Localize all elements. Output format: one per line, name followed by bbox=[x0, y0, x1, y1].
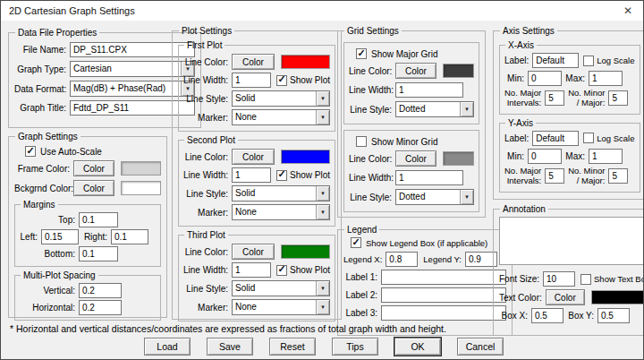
chevron-down-icon[interactable]: ▼ bbox=[316, 300, 329, 314]
y-minor-per-major-input[interactable] bbox=[608, 168, 628, 184]
line-style-select[interactable]: Solid ▼ bbox=[232, 280, 330, 296]
show-plot-checkbox[interactable]: ✓ bbox=[276, 170, 287, 181]
chevron-down-icon[interactable]: ▼ bbox=[460, 102, 473, 116]
show-plot-label: Show Plot bbox=[287, 170, 330, 180]
line-color-button[interactable]: Color bbox=[232, 149, 275, 165]
line-style-select[interactable]: Dotted ▼ bbox=[395, 101, 474, 117]
legend-label1-input[interactable] bbox=[381, 270, 506, 285]
line-width-label: Line Width: bbox=[183, 75, 232, 85]
line-color-button[interactable]: Color bbox=[232, 244, 275, 260]
annotation-text-input[interactable] bbox=[499, 217, 644, 265]
show-plot-label: Show Plot bbox=[287, 75, 330, 85]
margin-right-input[interactable] bbox=[111, 229, 148, 244]
line-width-input[interactable] bbox=[395, 82, 463, 98]
window-title: 2D Cartesian Graph Settings bbox=[9, 5, 135, 16]
x-log-scale-checkbox[interactable]: ✓ bbox=[583, 56, 594, 66]
marker-select[interactable]: None ▼ bbox=[232, 299, 330, 315]
margin-top-label: Top: bbox=[20, 215, 79, 225]
cancel-button[interactable]: Cancel bbox=[457, 338, 504, 356]
chevron-down-icon[interactable]: ▼ bbox=[316, 205, 329, 219]
group-title: Data File Properties bbox=[15, 28, 99, 38]
x-major-intervals-input[interactable] bbox=[545, 90, 564, 106]
y-major-intervals-input[interactable] bbox=[545, 168, 564, 184]
line-style-select[interactable]: Solid ▼ bbox=[232, 90, 330, 107]
bckgrnd-color-button[interactable]: Color bbox=[73, 180, 114, 196]
line-width-input[interactable] bbox=[232, 167, 271, 183]
line-style-select[interactable]: Dotted ▼ bbox=[395, 189, 474, 205]
font-size-input[interactable] bbox=[543, 271, 575, 287]
box-y-input[interactable] bbox=[597, 308, 630, 323]
x-axis-label-input[interactable] bbox=[532, 53, 579, 68]
group-first-plot: First Plot Line Color: Color Line Width:… bbox=[178, 40, 335, 132]
close-icon[interactable]: ✕ bbox=[613, 1, 643, 20]
show-legend-box-checkbox[interactable]: ✓ bbox=[351, 237, 361, 248]
box-y-label: Box Y: bbox=[564, 311, 597, 321]
show-major-grid-checkbox[interactable]: ✓ bbox=[356, 48, 367, 59]
show-plot-checkbox[interactable]: ✓ bbox=[276, 75, 287, 86]
margin-top-input[interactable] bbox=[79, 212, 118, 227]
line-width-input[interactable] bbox=[232, 262, 271, 278]
line-width-input[interactable] bbox=[232, 73, 271, 88]
y-log-scale-checkbox[interactable]: ✓ bbox=[583, 133, 594, 143]
legend-label2-input[interactable] bbox=[381, 287, 506, 303]
save-button[interactable]: Save bbox=[207, 338, 253, 356]
show-plot-checkbox[interactable]: ✓ bbox=[276, 265, 287, 276]
chevron-down-icon[interactable]: ▼ bbox=[316, 281, 329, 296]
group-title: Third Plot bbox=[184, 230, 228, 240]
ok-button[interactable]: OK bbox=[394, 338, 441, 356]
x-minor-per-major-input[interactable] bbox=[608, 90, 628, 106]
line-width-input[interactable] bbox=[395, 170, 463, 185]
box-x-input[interactable] bbox=[531, 308, 564, 323]
group-annotation: Annotation Font Size: ✓ Show Text Box Te… bbox=[493, 204, 644, 336]
spacing-horizontal-input[interactable] bbox=[79, 300, 122, 315]
line-color-button[interactable]: Color bbox=[395, 150, 436, 167]
frame-color-button[interactable]: Color bbox=[73, 160, 114, 176]
group-second-plot: Second Plot Line Color: Color Line Width… bbox=[178, 135, 335, 227]
tips-button[interactable]: Tips bbox=[332, 338, 378, 356]
line-color-label: Line Color: bbox=[183, 152, 232, 162]
chevron-down-icon[interactable]: ▼ bbox=[460, 190, 473, 204]
y-min-input[interactable] bbox=[528, 149, 562, 164]
chevron-down-icon[interactable]: ▼ bbox=[316, 110, 329, 124]
x-log-scale-label: Log Scale bbox=[594, 56, 634, 65]
chevron-down-icon[interactable]: ▼ bbox=[316, 186, 329, 201]
line-style-value: Solid bbox=[233, 91, 316, 106]
line-style-value: Solid bbox=[233, 281, 316, 296]
min-label: Min: bbox=[504, 73, 528, 83]
reset-button[interactable]: Reset bbox=[269, 338, 316, 356]
chevron-down-icon[interactable]: ▼ bbox=[316, 91, 329, 106]
check-icon: ✓ bbox=[277, 264, 285, 274]
legend-label3-label: Label 3: bbox=[343, 308, 381, 318]
line-width-label: Line Width: bbox=[183, 265, 232, 275]
dialog-2d-cartesian-graph-settings: 2D Cartesian Graph Settings ✕ Data File … bbox=[0, 0, 644, 360]
margin-left-input[interactable] bbox=[41, 229, 79, 244]
line-style-select[interactable]: Solid ▼ bbox=[232, 185, 330, 201]
group-axis-settings: Axis Settings X-Axis Label: ✓ Log Scale … bbox=[493, 26, 644, 200]
title-bar: 2D Cartesian Graph Settings ✕ bbox=[1, 1, 643, 21]
axis-label-label: Label: bbox=[504, 133, 532, 143]
line-color-button[interactable]: Color bbox=[232, 54, 275, 70]
load-button[interactable]: Load bbox=[144, 338, 191, 356]
show-text-box-checkbox[interactable]: ✓ bbox=[580, 274, 591, 285]
legend-x-input[interactable] bbox=[386, 252, 418, 267]
marker-select[interactable]: None ▼ bbox=[232, 109, 330, 125]
line-width-label: Line Width: bbox=[349, 85, 395, 95]
use-auto-scale-label: Use Auto-Scale bbox=[36, 147, 102, 157]
x-max-input[interactable] bbox=[589, 71, 623, 86]
legend-label3-input[interactable] bbox=[381, 305, 506, 321]
check-icon: ✓ bbox=[357, 48, 365, 58]
text-color-button[interactable]: Color bbox=[546, 289, 585, 305]
margin-bottom-input[interactable] bbox=[79, 246, 118, 261]
spacing-vertical-input[interactable] bbox=[79, 283, 122, 298]
marker-select[interactable]: None ▼ bbox=[232, 204, 330, 220]
y-axis-label-input[interactable] bbox=[532, 131, 579, 146]
line-style-label: Line Style: bbox=[183, 189, 232, 199]
use-auto-scale-checkbox[interactable]: ✓ bbox=[25, 146, 36, 157]
x-min-input[interactable] bbox=[528, 71, 562, 86]
group-third-plot: Third Plot Line Color: Color Line Width:… bbox=[178, 230, 335, 321]
line-color-button[interactable]: Color bbox=[395, 63, 436, 79]
show-minor-grid-checkbox[interactable]: ✓ bbox=[356, 136, 367, 147]
y-max-input[interactable] bbox=[589, 149, 623, 164]
group-title: Y-Axis bbox=[505, 118, 536, 128]
marker-value: None bbox=[233, 205, 316, 219]
